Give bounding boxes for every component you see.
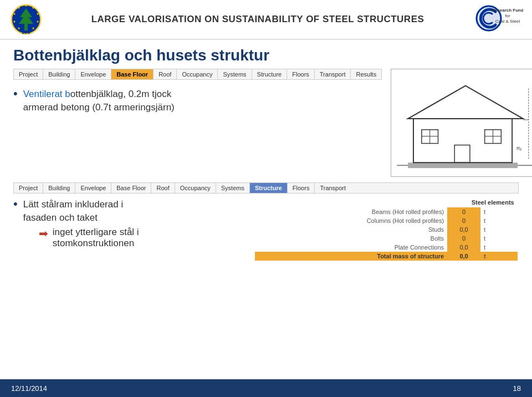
svg-marker-21 [408, 86, 523, 119]
left-panel: Bottenbjälklag och husets struktur Proje… [13, 47, 382, 179]
lvs-logo: LVS [9, 4, 43, 35]
bullet-highlight: Ventilerat b [23, 89, 70, 99]
research-fund-logo-svg: Research Fund for Coal & Steel [472, 4, 523, 33]
table-header-empty [255, 198, 448, 207]
nav-roof[interactable]: Roof [154, 69, 177, 79]
svg-point-7 [37, 21, 39, 23]
main-content: Bottenbjälklag och husets struktur Proje… [0, 40, 532, 261]
table-unit-studs: t [480, 225, 518, 234]
bullet-dot-1: • [13, 86, 18, 101]
right-panel: R R₁ [391, 47, 532, 179]
nav2-floors[interactable]: Floors [288, 183, 315, 193]
nav-bar-bottom: Project Building Envelope Base Floor Roo… [13, 182, 519, 194]
table-label-bolts: Bolts [255, 234, 448, 243]
table-value-studs: 0,0 [447, 225, 480, 234]
nav2-occupancy[interactable]: Occupancy [175, 183, 216, 193]
table-label-columns: Columns (Hot rolled profiles) [255, 216, 448, 225]
nav2-project[interactable]: Project [14, 183, 43, 193]
table-total-unit: t [480, 252, 518, 261]
table-row: Columns (Hot rolled profiles) 0 t [255, 216, 518, 225]
svg-text:Research Fund: Research Fund [492, 8, 523, 13]
footer-date: 12/11/2014 [11, 384, 47, 393]
arrow-bullet: ➡ inget ytterligare stål istomkonstrukti… [39, 227, 139, 249]
table-value-bolts: 0 [447, 234, 480, 243]
table-label-beams: Beams (Hot rolled profiles) [255, 207, 448, 216]
svg-text:Coal & Steel: Coal & Steel [495, 19, 520, 24]
svg-point-9 [18, 7, 20, 9]
nav-transport[interactable]: Transport [315, 69, 351, 79]
nav-systems[interactable]: Systems [218, 69, 252, 79]
svg-rect-25 [454, 145, 470, 163]
footer-page: 18 [513, 384, 521, 393]
arrow-text: inget ytterligare stål istomkonstruktion… [53, 227, 139, 249]
table-unit-plate: t [480, 243, 518, 252]
svg-point-11 [14, 21, 16, 23]
table-value-plate: 0,0 [447, 243, 480, 252]
svg-point-12 [18, 28, 20, 29]
table-row: Bolts 0 t [255, 234, 518, 243]
svg-point-8 [33, 28, 34, 29]
nav-structure[interactable]: Structure [252, 69, 288, 79]
main-panel: Bottenbjälklag och husets struktur Proje… [13, 47, 519, 179]
table-header-row: Steel elements [255, 198, 518, 207]
table-value-beams: 0 [447, 207, 480, 216]
table-total-value: 0,0 [447, 252, 480, 261]
section1-bullets: • Ventilerat bottenbjälklag, 0.2m tjocka… [13, 88, 382, 114]
table-row: Studs 0,0 t [255, 225, 518, 234]
header: LVS LARGE VALORISATION ON SUSTAINABILITY… [0, 0, 532, 40]
nav-basefloor[interactable]: Base Floor [111, 69, 154, 79]
lvs-logo-svg: LVS [9, 4, 43, 35]
nav-floors[interactable]: Floors [287, 69, 315, 79]
bullet-text-2a: Lätt stålram inkluderad ifasaden och tak… [23, 199, 123, 223]
nav2-basefloor[interactable]: Base Floor [111, 183, 151, 193]
nav2-envelope[interactable]: Envelope [75, 183, 111, 193]
table-row: Beams (Hot rolled profiles) 0 t [255, 207, 518, 216]
bullet-dot-2: • [13, 197, 18, 211]
table-value-columns: 0 [447, 216, 480, 225]
nav2-roof[interactable]: Roof [151, 183, 175, 193]
nav2-building[interactable]: Building [43, 183, 75, 193]
bottom-left-panel: • Lätt stålram inkluderad ifasaden och t… [13, 198, 246, 261]
nav2-structure[interactable]: Structure [250, 183, 288, 193]
nav2-systems[interactable]: Systems [216, 183, 250, 193]
table-unit-bolts: t [480, 234, 518, 243]
nav-occupancy[interactable]: Occupancy [177, 69, 218, 79]
table-unit-columns: t [480, 216, 518, 225]
svg-rect-19 [408, 162, 518, 168]
nav-envelope[interactable]: Envelope [75, 69, 111, 79]
nav-building[interactable]: Building [43, 69, 75, 79]
svg-text:LVS: LVS [22, 30, 31, 35]
bullet-item-2: • Lätt stålram inkluderad ifasaden och t… [13, 198, 246, 249]
svg-rect-20 [413, 119, 512, 162]
svg-point-6 [37, 13, 39, 15]
page-title: Bottenbjälklag och husets struktur [13, 47, 382, 64]
arrow-icon: ➡ [39, 227, 48, 240]
table-row: Plate Connections 0,0 t [255, 243, 518, 252]
house-diagram-container: R R₁ [391, 69, 532, 179]
table-label-plate: Plate Connections [255, 243, 448, 252]
footer: 12/11/2014 18 [0, 379, 532, 397]
svg-text:for: for [505, 13, 510, 18]
table-unit-beams: t [480, 207, 518, 216]
table-total-label: Total mass of structure [255, 252, 448, 261]
svg-text:R₁: R₁ [516, 146, 522, 151]
nav-results[interactable]: Results [351, 69, 381, 79]
header-title: LARGE VALORISATION ON SUSTAINABILITY OF … [43, 14, 472, 25]
table-label-studs: Studs [255, 225, 448, 234]
nav-bar-top: Project Building Envelope Base Floor Roo… [13, 69, 382, 80]
table-header-steelelements: Steel elements [447, 198, 518, 207]
nav-bar-bottom-container: Project Building Envelope Base Floor Roo… [13, 182, 519, 194]
house-diagram-svg: R R₁ [391, 69, 532, 177]
bottom-panel: • Lätt stålram inkluderad ifasaden och t… [13, 198, 519, 261]
svg-point-4 [25, 5, 27, 7]
svg-point-10 [14, 13, 16, 15]
steel-elements-table: Steel elements Beams (Hot rolled profile… [255, 198, 518, 261]
bullet-item-1: • Ventilerat bottenbjälklag, 0.2m tjocka… [13, 88, 382, 114]
bullet-text-2: Lätt stålram inkluderad ifasaden och tak… [23, 198, 139, 249]
bullet-text-1: Ventilerat bottenbjälklag, 0.2m tjockarm… [23, 88, 175, 114]
table-total-row: Total mass of structure 0,0 t [255, 252, 518, 261]
nav2-transport[interactable]: Transport [315, 183, 351, 193]
bottom-right-panel: Steel elements Beams (Hot rolled profile… [255, 198, 518, 261]
nav-project[interactable]: Project [14, 69, 43, 79]
research-fund-logo: Research Fund for Coal & Steel [472, 4, 523, 35]
